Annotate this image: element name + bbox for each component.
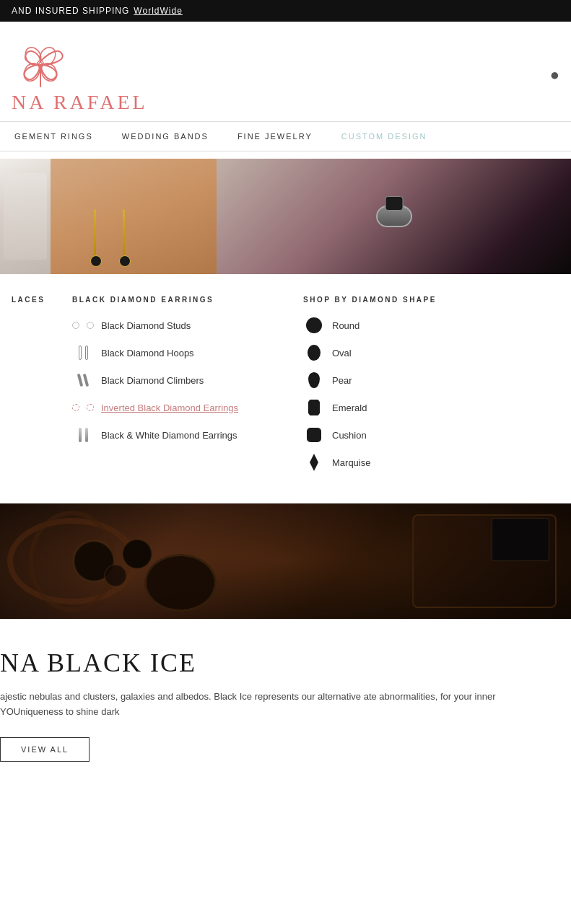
- hoops-label: Black Diamond Hoops: [101, 348, 194, 358]
- nav-item-fine-jewelry[interactable]: FINE JEWELRY: [223, 132, 327, 141]
- svg-point-6: [123, 540, 152, 568]
- shape-cushion[interactable]: Cushion: [303, 426, 564, 444]
- pear-icon: [303, 371, 325, 389]
- logo-text: NA RAFAEL: [12, 91, 148, 114]
- list-item-hoops[interactable]: Black Diamond Hoops: [72, 344, 289, 361]
- pear-label: Pear: [332, 375, 352, 386]
- shape-round[interactable]: Round: [303, 317, 564, 334]
- shipping-text: AND INSURED SHIPPING: [12, 6, 129, 16]
- bw-label: Black & White Diamond Earrings: [101, 430, 237, 441]
- nav-item-engagement[interactable]: GEMENT RINGS: [0, 132, 108, 141]
- list-item-inverted[interactable]: Inverted Black Diamond Earrings: [72, 399, 289, 416]
- worldwide-link[interactable]: WorldWide: [134, 6, 182, 16]
- cushion-icon: [303, 426, 325, 444]
- view-all-button[interactable]: VIEW ALL: [0, 737, 90, 762]
- round-icon: [303, 317, 325, 334]
- section-title: NA BLACK ICE: [0, 648, 559, 678]
- inverted-label: Inverted Black Diamond Earrings: [101, 402, 238, 413]
- col-earrings: BLACK DIAMOND EARRINGS Black Diamond Stu…: [65, 281, 296, 485]
- logo-area: NA RAFAEL: [12, 36, 148, 114]
- climbers-icon: [72, 371, 94, 389]
- svg-point-3: [21, 61, 43, 84]
- oval-label: Oval: [332, 348, 352, 358]
- earrings-list: Black Diamond Studs Black Diamond Hoops: [72, 317, 289, 444]
- promo-image-mid: [51, 159, 217, 274]
- svg-point-4: [38, 61, 60, 84]
- dropdown-area: LACES BLACK DIAMOND EARRINGS Bl: [0, 151, 571, 503]
- col-laces-title: LACES: [12, 296, 58, 304]
- main-nav: GEMENT RINGS WEDDING BANDS FINE JEWELRY …: [0, 121, 571, 151]
- shapes-list: Round Oval Pear: [303, 317, 564, 471]
- nav-item-custom-design[interactable]: CUSTOM DESIGN: [327, 132, 442, 141]
- mega-menu: LACES BLACK DIAMOND EARRINGS Bl: [0, 281, 571, 485]
- col-shapes-title: SHOP BY DIAMOND SHAPE: [303, 296, 564, 304]
- section-desc: ajestic nebulas and clusters, galaxies a…: [0, 690, 549, 720]
- promo-images: [0, 151, 571, 281]
- oval-icon: [303, 344, 325, 361]
- shape-pear[interactable]: Pear: [303, 371, 564, 389]
- col-laces: LACES: [0, 281, 65, 485]
- marquise-icon: [303, 454, 325, 471]
- list-item-climbers[interactable]: Black Diamond Climbers: [72, 371, 289, 389]
- banner-decoration: [72, 525, 159, 597]
- svg-point-7: [105, 565, 126, 586]
- col-shapes: SHOP BY DIAMOND SHAPE Round Oval: [296, 281, 571, 485]
- promo-image-left: [0, 159, 51, 274]
- shape-emerald[interactable]: Emerald: [303, 399, 564, 416]
- nav-item-wedding[interactable]: WEDDING BANDS: [108, 132, 223, 141]
- cart-icon[interactable]: ●: [550, 66, 559, 84]
- header: NA RAFAEL ●: [0, 22, 571, 121]
- top-banner: AND INSURED SHIPPING WorldWide: [0, 0, 571, 22]
- shape-oval[interactable]: Oval: [303, 344, 564, 361]
- emerald-icon: [303, 399, 325, 416]
- promo-image-right: [217, 159, 571, 274]
- bw-icon: [72, 426, 94, 444]
- logo-icon: [12, 36, 69, 94]
- list-item-studs[interactable]: Black Diamond Studs: [72, 317, 289, 334]
- emerald-label: Emerald: [332, 402, 367, 413]
- hero-banner: [0, 503, 571, 619]
- marquise-label: Marquise: [332, 457, 370, 468]
- cushion-label: Cushion: [332, 430, 367, 441]
- hoops-icon: [72, 344, 94, 361]
- round-label: Round: [332, 320, 359, 331]
- inverted-icon: [72, 399, 94, 416]
- col-earrings-title: BLACK DIAMOND EARRINGS: [72, 296, 289, 304]
- studs-label: Black Diamond Studs: [101, 320, 191, 331]
- studs-icon: [72, 317, 94, 334]
- shape-marquise[interactable]: Marquise: [303, 454, 564, 471]
- list-item-bw[interactable]: Black & White Diamond Earrings: [72, 426, 289, 444]
- content-section: NA BLACK ICE ajestic nebulas and cluster…: [0, 619, 571, 783]
- climbers-label: Black Diamond Climbers: [101, 375, 204, 386]
